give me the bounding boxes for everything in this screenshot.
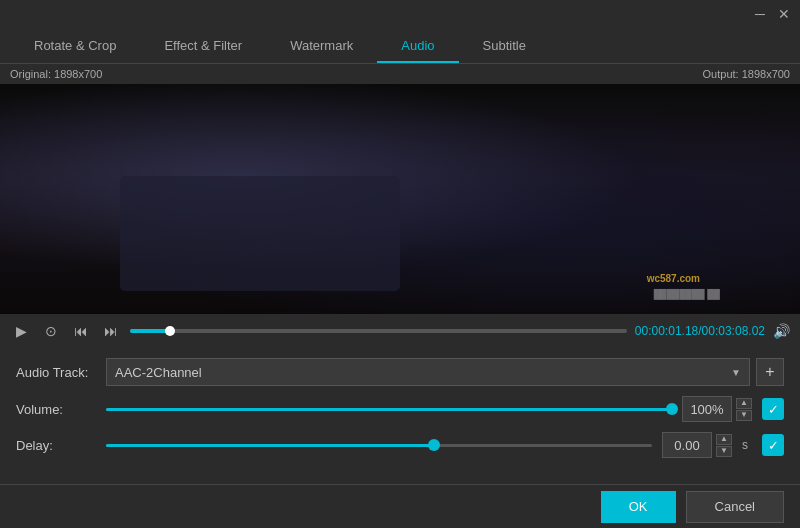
delay-label: Delay:: [16, 438, 96, 453]
close-button[interactable]: ✕: [776, 6, 792, 22]
tab-subtitle[interactable]: Subtitle: [459, 30, 550, 63]
delay-down-button[interactable]: ▼: [716, 446, 732, 457]
track-select-container: AAC-2Channel ▼ +: [106, 358, 784, 386]
delay-row: Delay: 0.00 ▲ ▼ s ✓: [16, 432, 784, 458]
controls-bar: ▶ ⊙ ⏮ ⏭ 00:00:01.18/00:03:08.02 🔊: [0, 314, 800, 348]
volume-value-group: 100% ▲ ▼: [682, 396, 752, 422]
delay-check-button[interactable]: ✓: [762, 434, 784, 456]
audio-track-label: Audio Track:: [16, 365, 96, 380]
volume-up-button[interactable]: ▲: [736, 398, 752, 409]
delay-slider-thumb[interactable]: [428, 439, 440, 451]
progress-bar[interactable]: [130, 329, 627, 333]
delay-unit-label: s: [742, 438, 748, 452]
tab-audio[interactable]: Audio: [377, 30, 458, 63]
footer: OK Cancel: [0, 484, 800, 528]
audio-track-row: Audio Track: AAC-2Channel ▼ +: [16, 358, 784, 386]
volume-slider-thumb[interactable]: [666, 403, 678, 415]
video-watermark2: ████████ ██: [654, 289, 720, 299]
title-bar: ─ ✕: [0, 0, 800, 28]
tab-watermark[interactable]: Watermark: [266, 30, 377, 63]
track-dropdown-value: AAC-2Channel: [115, 365, 202, 380]
preview-info: Original: 1898x700 Output: 1898x700: [0, 64, 800, 84]
time-display: 00:00:01.18/00:03:08.02: [635, 324, 765, 338]
volume-icon[interactable]: 🔊: [773, 323, 790, 339]
volume-down-button[interactable]: ▼: [736, 410, 752, 421]
delay-value-display: 0.00: [662, 432, 712, 458]
tabs-bar: Rotate & Crop Effect & Filter Watermark …: [0, 28, 800, 64]
volume-label: Volume:: [16, 402, 96, 417]
volume-spinners: ▲ ▼: [736, 398, 752, 421]
volume-slider-track: [106, 408, 672, 411]
delay-slider-track: [106, 444, 652, 447]
delay-spinners: ▲ ▼: [716, 434, 732, 457]
cancel-button[interactable]: Cancel: [686, 491, 784, 523]
track-dropdown[interactable]: AAC-2Channel ▼: [106, 358, 750, 386]
stop-button[interactable]: ⊙: [40, 320, 62, 342]
delay-slider-container[interactable]: [106, 435, 652, 455]
play-button[interactable]: ▶: [10, 320, 32, 342]
next-button[interactable]: ⏭: [100, 320, 122, 342]
audio-settings: Audio Track: AAC-2Channel ▼ + Volume: 10…: [0, 348, 800, 478]
volume-slider-fill: [106, 408, 672, 411]
output-size-label: Output: 1898x700: [703, 68, 790, 80]
delay-slider-fill: [106, 444, 434, 447]
add-track-button[interactable]: +: [756, 358, 784, 386]
progress-thumb: [165, 326, 175, 336]
video-thumbnail: wc587.com ████████ ██: [0, 84, 800, 314]
volume-slider-container[interactable]: [106, 399, 672, 419]
volume-row: Volume: 100% ▲ ▼ ✓: [16, 396, 784, 422]
prev-button[interactable]: ⏮: [70, 320, 92, 342]
delay-up-button[interactable]: ▲: [716, 434, 732, 445]
minimize-button[interactable]: ─: [752, 6, 768, 22]
video-watermark: wc587.com: [647, 273, 700, 284]
video-preview: wc587.com ████████ ██: [0, 84, 800, 314]
delay-value-group: 0.00 ▲ ▼: [662, 432, 732, 458]
volume-check-button[interactable]: ✓: [762, 398, 784, 420]
volume-value-display: 100%: [682, 396, 732, 422]
tab-effect[interactable]: Effect & Filter: [140, 30, 266, 63]
dropdown-arrow-icon: ▼: [731, 367, 741, 378]
ok-button[interactable]: OK: [601, 491, 676, 523]
original-size-label: Original: 1898x700: [10, 68, 102, 80]
tab-rotate[interactable]: Rotate & Crop: [10, 30, 140, 63]
